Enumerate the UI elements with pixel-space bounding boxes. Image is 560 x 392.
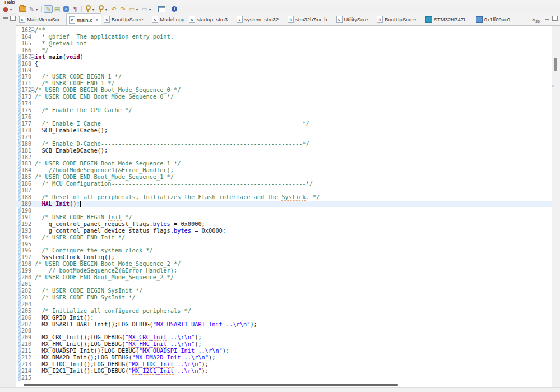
maximize-editor-icon[interactable] — [552, 16, 558, 21]
line-number[interactable]: 197 — [16, 254, 31, 261]
fold-collapse-icon[interactable] — [30, 87, 35, 93]
code-line-181[interactable]: 181 SCB_EnableDCache(); — [16, 147, 552, 154]
line-number[interactable]: 214 — [16, 368, 31, 375]
line-number[interactable]: 181 — [16, 147, 31, 154]
code-line-205[interactable]: 205 /* Initialize all configured periphe… — [16, 308, 552, 315]
code-editor[interactable]: 163/**164 * @brief The application entry… — [16, 26, 552, 382]
line-number[interactable]: 192 — [16, 221, 31, 228]
mark-occurrences-icon[interactable] — [96, 5, 105, 13]
maximize-view-icon[interactable] — [10, 16, 16, 21]
code-line-166[interactable]: 166 */ — [16, 47, 552, 54]
vertical-scrollbar-thumb[interactable] — [554, 58, 557, 71]
profile-icon[interactable]: ● — [1, 5, 10, 13]
dropdown-arrow-icon[interactable]: ▾ — [10, 7, 14, 11]
line-number[interactable]: 179 — [16, 134, 31, 141]
editor-tab-0x1ff09ac0[interactable]: 0x1ff09ac0 — [474, 13, 512, 25]
line-number[interactable]: 169 — [16, 67, 31, 74]
last-edit-forward-icon[interactable]: ↷ — [118, 5, 127, 13]
line-number[interactable]: 189 — [16, 201, 31, 207]
code-line-200[interactable]: 200/* USER CODE END Boot_Mode_Sequence_2… — [16, 274, 552, 281]
editor-tab-stm32h7xx-h[interactable]: hstm32h7xx_h... — [285, 13, 334, 25]
line-number[interactable]: 173 — [16, 94, 31, 100]
line-number[interactable]: 187 — [16, 187, 31, 194]
notebook-icon[interactable]: ▤ — [53, 5, 62, 13]
line-number[interactable]: 213 — [16, 361, 31, 368]
line-number[interactable]: 207 — [16, 321, 31, 328]
fold-collapse-icon[interactable] — [30, 27, 35, 33]
fold-collapse-icon[interactable] — [30, 54, 35, 60]
new-editor-window-icon[interactable] — [157, 5, 166, 13]
line-number[interactable]: 185 — [16, 174, 31, 181]
line-number[interactable]: 168 — [16, 61, 31, 67]
editor-tab-startup-stm3[interactable]: sstartup_stm3... — [187, 13, 234, 25]
info-icon[interactable]: i — [170, 5, 179, 13]
line-number[interactable]: 194 — [16, 234, 31, 241]
last-edit-back-icon[interactable]: ↶ — [109, 5, 118, 13]
line-number[interactable]: 195 — [16, 241, 31, 248]
code-line-203[interactable]: 203 /* USER CODE END SysInit */ — [16, 294, 552, 301]
line-number[interactable]: 210 — [16, 341, 31, 348]
editor-tab-system-stm32[interactable]: csystem_stm32... — [234, 13, 285, 25]
line-number[interactable]: 199 — [16, 268, 31, 274]
back-icon[interactable]: ⇦ — [127, 5, 136, 13]
line-number[interactable]: 193 — [16, 228, 31, 234]
open-folder-icon[interactable] — [18, 5, 27, 13]
code-line-194[interactable]: 194 /* USER CODE END Init */ — [16, 234, 552, 241]
restore-view-icon[interactable] — [3, 17, 8, 19]
line-number[interactable]: 180 — [16, 141, 31, 147]
code-line-215[interactable]: 215 — [16, 375, 552, 381]
dropdown-arrow-icon[interactable]: ▾ — [92, 7, 96, 11]
line-number[interactable]: 171 — [16, 80, 31, 87]
editor-tab-model-cpp[interactable]: cModel.cpp — [150, 13, 187, 25]
line-number[interactable]: 206 — [16, 315, 31, 321]
dropdown-arrow-icon[interactable]: ▾ — [105, 7, 109, 11]
line-number[interactable]: 174 — [16, 100, 31, 107]
editor-tab-mainmenuscr[interactable]: cMainMenuScr... — [17, 13, 66, 25]
line-number[interactable]: 190 — [16, 207, 31, 214]
line-number[interactable]: 177 — [16, 121, 31, 127]
editor-tab-bootupscree[interactable]: cBootUpScree... — [101, 13, 150, 25]
highlighter-icon[interactable]: ✎ — [44, 5, 53, 13]
pilcrow-icon[interactable]: ¶ — [71, 5, 80, 13]
line-number[interactable]: 212 — [16, 354, 31, 361]
word-completion-icon[interactable] — [84, 5, 92, 13]
line-number[interactable]: 183 — [16, 160, 31, 167]
editor-tab-utilityscre[interactable]: cUtilityScre... — [334, 13, 375, 25]
line-number[interactable]: 200 — [16, 274, 31, 281]
line-number[interactable]: 164 — [16, 34, 31, 40]
line-number[interactable]: 167 — [16, 54, 31, 61]
line-number[interactable]: 191 — [16, 214, 31, 221]
editor-tab-bootupscree[interactable]: hBootUpScree... — [374, 13, 423, 25]
dropdown-arrow-icon[interactable]: ▾ — [149, 7, 153, 11]
line-number[interactable]: 175 — [16, 107, 31, 114]
horizontal-scrollbar[interactable] — [16, 382, 552, 387]
minimize-editor-icon[interactable] — [545, 19, 549, 20]
line-number[interactable]: 188 — [16, 194, 31, 201]
line-number[interactable]: 170 — [16, 73, 31, 80]
code-line-165[interactable]: 165 * @retval int — [16, 40, 552, 47]
code-line-168[interactable]: 168{ — [16, 61, 552, 67]
line-number[interactable]: 184 — [16, 167, 31, 174]
code-line-175[interactable]: 175 /* Enable the CPU Cache */ — [16, 107, 552, 114]
line-number[interactable]: 202 — [16, 288, 31, 294]
dropdown-arrow-icon[interactable]: ▾ — [136, 7, 140, 11]
line-number[interactable]: 186 — [16, 181, 31, 187]
line-number[interactable]: 176 — [16, 114, 31, 121]
line-number[interactable]: 204 — [16, 301, 31, 308]
line-number[interactable]: 208 — [16, 328, 31, 334]
line-number[interactable]: 166 — [16, 47, 31, 54]
line-number[interactable]: 198 — [16, 261, 31, 268]
line-number[interactable]: 163 — [16, 27, 31, 34]
code-line-186[interactable]: 186 /* MCU Configuration----------------… — [16, 181, 552, 187]
tab-overflow-chevron[interactable]: »26 — [532, 16, 540, 25]
code-line-214[interactable]: 214 MX_I2C1_Init();LOG_DEBUG("MX_I2C1_In… — [16, 368, 552, 375]
line-number[interactable]: 178 — [16, 127, 31, 134]
line-number[interactable]: 205 — [16, 308, 31, 315]
line-number[interactable]: 201 — [16, 281, 31, 288]
line-number[interactable]: 196 — [16, 247, 31, 254]
close-icon[interactable]: × — [95, 17, 99, 23]
vertical-scrollbar[interactable] — [552, 26, 560, 387]
code-line-167[interactable]: 167int main(void) — [16, 54, 552, 61]
code-line-207[interactable]: 207 MX_USART1_UART_Init();LOG_DEBUG("MX_… — [16, 321, 552, 328]
line-number[interactable]: 182 — [16, 154, 31, 161]
